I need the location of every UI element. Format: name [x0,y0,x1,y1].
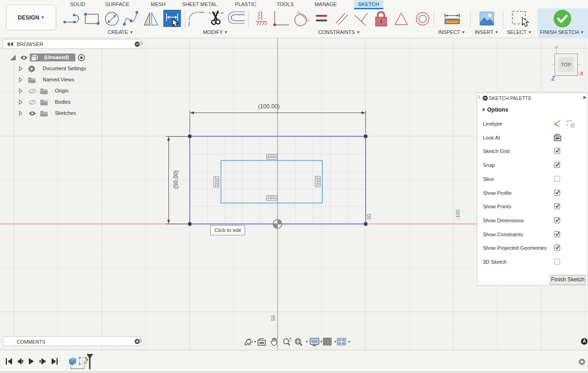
svg-text:(100.00): (100.00) [258,103,280,110]
svg-text:-50: -50 [366,214,372,221]
svg-text:(50.00): (50.00) [173,170,179,189]
svg-text:Y: Y [555,45,558,51]
svg-text:Z: Z [551,75,555,82]
svg-text:TOP: TOP [561,62,571,67]
svg-text:-100: -100 [455,209,461,220]
svg-text:-X: -X [578,71,584,76]
svg-text:50: 50 [270,315,276,321]
